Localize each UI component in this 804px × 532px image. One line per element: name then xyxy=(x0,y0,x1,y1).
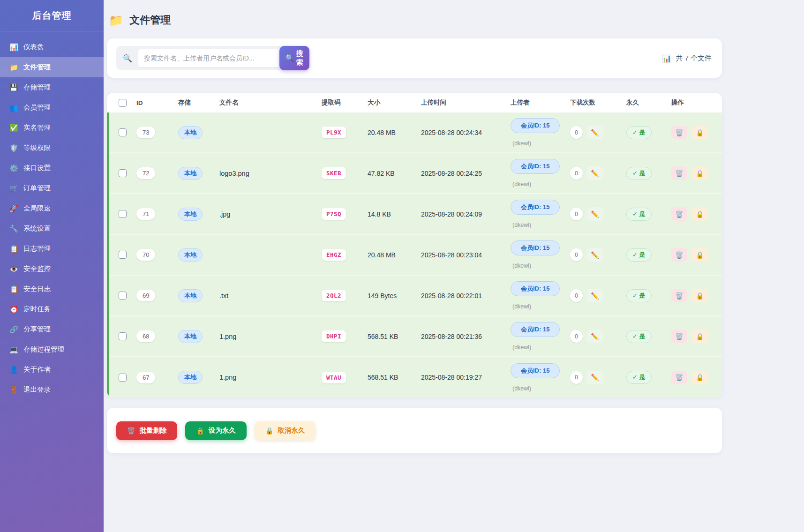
edit-downloads-button[interactable]: ✏️ xyxy=(587,289,603,302)
sidebar-item-label: 分享管理 xyxy=(23,325,51,334)
col-filename: 文件名 xyxy=(219,98,322,107)
file-size: 20.48 MB xyxy=(368,129,421,136)
laptop-icon: 💻 xyxy=(9,345,18,354)
sidebar-item-storage-management[interactable]: 💾 存储管理 xyxy=(0,77,104,97)
toggle-permanent-button[interactable]: 🔒 xyxy=(692,289,708,302)
toggle-permanent-button[interactable]: 🔒 xyxy=(692,207,708,221)
upload-time: 2025-08-28 00:24:34 xyxy=(421,129,511,136)
file-size: 20.48 MB xyxy=(368,251,421,259)
sidebar-item-dashboard[interactable]: 📊 仪表盘 xyxy=(0,37,104,57)
row-checkbox[interactable] xyxy=(119,332,127,340)
delete-file-button[interactable]: 🗑️ xyxy=(671,126,687,139)
delete-file-button[interactable]: 🗑️ xyxy=(671,289,687,302)
sidebar-item-about-author[interactable]: 👤 关于作者 xyxy=(0,360,104,380)
download-count: 0 xyxy=(570,248,583,261)
upload-time: 2025-08-28 00:21:36 xyxy=(421,333,511,340)
file-name: logo3.png xyxy=(219,170,249,177)
table-row: 67 本地 1.png WTAU 568.51 KB 2025-08-28 00… xyxy=(109,357,722,397)
search-input[interactable] xyxy=(138,49,280,67)
row-checkbox[interactable] xyxy=(119,128,127,136)
sidebar-item-system-settings[interactable]: 🔧 系统设置 xyxy=(0,218,104,239)
uploader-id-badge: 会员ID: 15 xyxy=(511,322,560,337)
toggle-permanent-button[interactable]: 🔒 xyxy=(692,371,708,384)
floppy-disk-icon: 💾 xyxy=(9,83,18,92)
delete-file-button[interactable]: 🗑️ xyxy=(671,166,687,180)
col-storage: 存储 xyxy=(178,98,219,107)
sidebar-item-scheduled-tasks[interactable]: ⏰ 定时任务 xyxy=(0,299,104,319)
sidebar-item-label: 文件管理 xyxy=(23,63,51,72)
uploader-id-badge: 会员ID: 15 xyxy=(511,281,560,296)
row-checkbox[interactable] xyxy=(119,374,127,382)
pencil-icon: ✏️ xyxy=(591,374,599,381)
row-checkbox[interactable] xyxy=(119,210,127,218)
uploader-username: (dkewl) xyxy=(512,303,531,310)
person-icon: 👤 xyxy=(9,366,18,374)
uploader-id-badge: 会员ID: 15 xyxy=(511,200,560,215)
toggle-permanent-button[interactable]: 🔒 xyxy=(692,126,708,139)
cancel-permanent-button[interactable]: 🔒 取消永久 xyxy=(255,421,316,440)
permanent-badge: ✓ 是 xyxy=(626,248,652,262)
sidebar-item-stored-procedure-management[interactable]: 💻 存储过程管理 xyxy=(0,339,104,360)
sidebar-item-realname-management[interactable]: ✅ 实名管理 xyxy=(0,118,104,138)
sidebar-item-label: 存储过程管理 xyxy=(23,345,64,354)
sidebar-item-level-permissions[interactable]: 🛡️ 等级权限 xyxy=(0,138,104,158)
batch-delete-label: 批量删除 xyxy=(139,426,166,435)
edit-downloads-button[interactable]: ✏️ xyxy=(587,207,603,221)
sidebar-nav: 📊 仪表盘 📁 文件管理 💾 存储管理 👥 会员管理 ✅ 实名管理 🛡️ 等级权… xyxy=(0,31,104,400)
storage-badge: 本地 xyxy=(178,330,203,343)
sidebar-item-global-rate-limit[interactable]: 🚀 全局限速 xyxy=(0,198,104,218)
file-name: .txt xyxy=(219,292,228,300)
uploader-id-badge: 会员ID: 15 xyxy=(511,363,560,378)
sidebar-item-api-settings[interactable]: ⚙️ 接口设置 xyxy=(0,158,104,178)
table-row: 71 本地 .jpg P7SQ 14.8 KB 2025-08-28 00:24… xyxy=(109,194,722,235)
delete-file-button[interactable]: 🗑️ xyxy=(671,248,687,262)
select-all-checkbox[interactable] xyxy=(119,99,127,107)
file-count-text: 共 7 个文件 xyxy=(676,54,712,63)
file-table: ID 存储 文件名 提取码 大小 上传时间 上传者 下载次数 永久 操作 73 … xyxy=(107,93,722,397)
sidebar-item-security-monitoring[interactable]: 👁️ 安全监控 xyxy=(0,259,104,279)
delete-file-button[interactable]: 🗑️ xyxy=(671,330,687,343)
edit-downloads-button[interactable]: ✏️ xyxy=(587,248,603,262)
download-count: 0 xyxy=(570,208,583,220)
upload-time: 2025-08-28 00:24:09 xyxy=(421,210,511,218)
row-checkbox[interactable] xyxy=(119,251,127,259)
col-code: 提取码 xyxy=(322,98,368,107)
edit-downloads-button[interactable]: ✏️ xyxy=(587,126,603,139)
toggle-permanent-button[interactable]: 🔒 xyxy=(692,248,708,262)
table-row: 73 本地 PL9X 20.48 MB 2025-08-28 00:24:34 … xyxy=(109,112,722,153)
uploader-username: (dkewl) xyxy=(512,385,531,392)
sidebar-item-logout[interactable]: 🚪 退出登录 xyxy=(0,380,104,400)
sidebar-item-label: 全局限速 xyxy=(23,204,51,213)
edit-downloads-button[interactable]: ✏️ xyxy=(587,371,603,384)
storage-badge: 本地 xyxy=(178,126,203,139)
edit-downloads-button[interactable]: ✏️ xyxy=(587,166,603,180)
folder-icon: 📁 xyxy=(109,14,123,27)
toggle-permanent-button[interactable]: 🔒 xyxy=(692,330,708,343)
delete-file-button[interactable]: 🗑️ xyxy=(671,371,687,384)
file-size: 47.82 KB xyxy=(368,170,421,177)
sidebar-item-file-management[interactable]: 📁 文件管理 xyxy=(0,57,104,77)
rocket-icon: 🚀 xyxy=(9,204,18,213)
sidebar-item-security-logs[interactable]: 📋 安全日志 xyxy=(0,279,104,299)
row-checkbox[interactable] xyxy=(119,169,127,177)
search-button[interactable]: 🔍 搜索 xyxy=(279,46,309,70)
sidebar-item-label: 安全日志 xyxy=(23,285,51,293)
download-count: 0 xyxy=(570,289,583,302)
page-title: 📁 文件管理 xyxy=(109,13,722,27)
set-permanent-button[interactable]: 🔒 设为永久 xyxy=(185,421,246,440)
sidebar-item-log-management[interactable]: 📋 日志管理 xyxy=(0,239,104,259)
row-checkbox[interactable] xyxy=(119,292,127,300)
sidebar-item-share-management[interactable]: 🔗 分享管理 xyxy=(0,319,104,339)
upload-time: 2025-08-28 00:24:25 xyxy=(421,170,511,177)
edit-downloads-button[interactable]: ✏️ xyxy=(587,330,603,343)
toggle-permanent-button[interactable]: 🔒 xyxy=(692,166,708,180)
permanent-badge: ✓ 是 xyxy=(626,126,652,139)
notebook-icon: 📋 xyxy=(9,245,18,253)
delete-file-button[interactable]: 🗑️ xyxy=(671,207,687,221)
sidebar-item-order-management[interactable]: 🛒 订单管理 xyxy=(0,178,104,198)
lock-icon: 🔒 xyxy=(696,170,704,177)
sidebar-item-member-management[interactable]: 👥 会员管理 xyxy=(0,97,104,118)
users-icon: 👥 xyxy=(9,104,18,112)
file-size: 149 Bytes xyxy=(368,292,421,300)
batch-delete-button[interactable]: 🗑️ 批量删除 xyxy=(116,421,177,440)
